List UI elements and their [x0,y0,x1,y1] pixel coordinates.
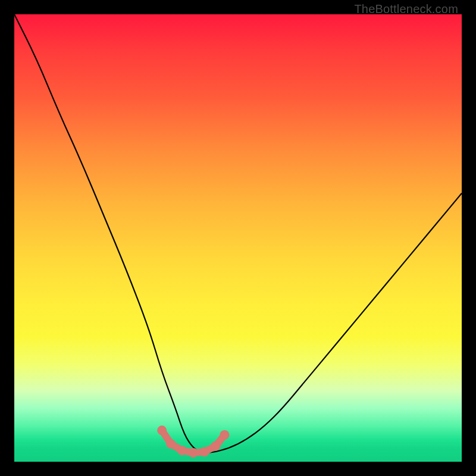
watermark-text: TheBottleneck.com [354,2,458,16]
chart-plot-area [14,14,462,462]
gradient-stripes-decoration [14,384,462,462]
